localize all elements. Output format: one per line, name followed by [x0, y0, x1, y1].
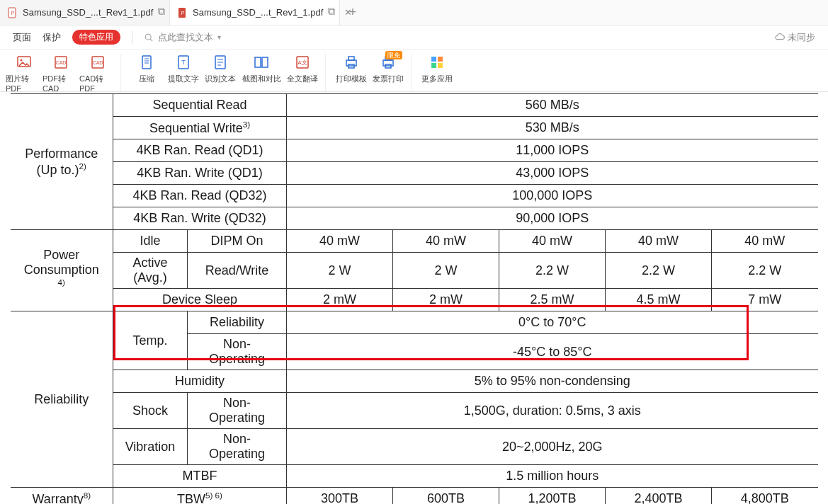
temp-nonop-val: -45°C to 85°C [287, 334, 818, 370]
svg-rect-32 [431, 63, 436, 68]
tb-cad2pdf[interactable]: CAD CAD转PDF [79, 54, 116, 91]
toolbar-group-more: 更多应用 [414, 54, 460, 91]
svg-rect-20 [255, 57, 261, 67]
tbw-val: 600TB [393, 488, 499, 505]
sync-status[interactable]: 未同步 [775, 31, 815, 44]
tbw-val: 300TB [287, 488, 393, 505]
compress-icon [138, 54, 155, 71]
divider [132, 31, 132, 44]
tb-label: 提取文字 [168, 74, 199, 84]
shock-sub: Non-Operating [188, 393, 287, 429]
menu-special[interactable]: 特色应用 [72, 30, 120, 45]
compare-icon [253, 54, 270, 71]
menu-page[interactable]: 页面 [13, 31, 31, 44]
svg-rect-3 [160, 9, 165, 14]
search-icon [144, 33, 154, 42]
svg-text:T: T [181, 59, 186, 66]
tab-label: Samsung_SSD_...t_Rev1_1.pdf [193, 7, 323, 18]
tb-label: 全文翻译 [287, 74, 318, 84]
svg-point-11 [21, 59, 23, 62]
svg-rect-2 [159, 8, 164, 13]
translate-icon: A文 [294, 54, 311, 71]
spec-name: 4KB Ran. Read (QD32) [113, 185, 287, 207]
pdf-icon: P [7, 7, 18, 18]
spec-name: 4KB Ran. Read (QD1) [113, 139, 287, 162]
power-active-sub: Read/Write [188, 253, 287, 289]
duplicate-tab-icon[interactable] [157, 7, 166, 18]
power-val: 2 W [287, 253, 393, 289]
power-val: 40 mW [712, 230, 818, 253]
spec-name: Sequential Read [113, 94, 287, 117]
new-tab-button[interactable]: + [340, 0, 365, 25]
power-val: 2.2 W [712, 253, 818, 289]
svg-point-8 [145, 34, 151, 40]
tbw-val: 4,800TB [712, 488, 818, 505]
search-box[interactable]: 点此查找文本 ▾ [144, 31, 221, 44]
tb-label: PDF转CAD [42, 74, 79, 93]
tb-pdf2cad[interactable]: CAD PDF转CAD [42, 54, 79, 91]
tb-compress[interactable]: 压缩 [128, 54, 165, 91]
row-header-performance: Performance(Up to.)2) [11, 94, 113, 230]
power-idle-label: Idle [113, 230, 188, 253]
pdf-page: Performance(Up to.)2) Sequential Read 56… [11, 92, 818, 504]
menu-row: 页面 保护 特色应用 点此查找文本 ▾ 未同步 [0, 25, 828, 50]
vibration-label: Vibration [113, 429, 188, 465]
tb-label: 压缩 [139, 74, 154, 84]
humidity-val: 5% to 95% non-condensing [287, 370, 818, 393]
menu-protect[interactable]: 保护 [42, 31, 61, 44]
tbw-val: 1,200TB [499, 488, 606, 505]
svg-text:CAD: CAD [93, 60, 103, 65]
sync-label: 未同步 [788, 31, 815, 44]
vibration-val: 20~2,000Hz, 20G [287, 429, 818, 465]
spec-value: 43,000 IOPS [287, 162, 818, 185]
shock-label: Shock [113, 393, 188, 429]
ocr-icon [212, 54, 229, 71]
svg-rect-6 [329, 8, 334, 13]
temp-nonop-label: Non-Operating [188, 334, 287, 370]
temp-label: Temp. [113, 311, 188, 370]
tab-1[interactable]: P Samsung_SSD_...t_Rev1_1.pdf [0, 0, 170, 25]
tb-label: 发票打印 [373, 74, 404, 84]
tb-invoice-print[interactable]: 限免 发票打印 [370, 54, 407, 91]
document-area[interactable]: Performance(Up to.)2) Sequential Read 56… [0, 92, 828, 504]
power-val: 2 mW [393, 289, 499, 311]
svg-text:CAD: CAD [56, 60, 67, 65]
duplicate-tab-icon[interactable] [327, 7, 336, 18]
tb-translate[interactable]: A文 全文翻译 [284, 54, 321, 91]
cloud-icon [775, 33, 785, 42]
tb-print-template[interactable]: 打印模板 [333, 54, 370, 91]
svg-line-9 [150, 39, 152, 41]
tbw-val: 2,400TB [606, 488, 712, 505]
toolbar: 图片转PDF CAD PDF转CAD CAD CAD转PDF 压缩 T 提取文字… [0, 50, 828, 92]
svg-text:P: P [11, 11, 15, 16]
tb-screenshot-compare[interactable]: 截图和对比 [239, 54, 284, 91]
spec-value: 100,000 IOPS [287, 185, 818, 207]
power-idle-sub: DIPM On [188, 230, 287, 253]
power-val: 2 W [393, 253, 499, 289]
spec-name: 4KB Ran. Write (QD1) [113, 162, 287, 185]
spec-value: 90,000 IOPS [287, 207, 818, 230]
tb-extract-text[interactable]: T 提取文字 [165, 54, 202, 91]
tb-ocr[interactable]: 识别文本 [202, 54, 239, 91]
vibration-sub: Non-Operating [188, 429, 287, 465]
tb-label: 识别文本 [205, 74, 236, 84]
power-val: 40 mW [287, 230, 393, 253]
tbw-label: TBW5) 6) [113, 488, 287, 505]
row-header-power: PowerConsumption4) [11, 230, 113, 311]
tb-img2pdf[interactable]: 图片转PDF [6, 54, 42, 91]
pdf-icon: P [177, 7, 188, 18]
tab-label: Samsung_SSD_...t_Rev1_1.pdf [23, 7, 153, 18]
tb-more-apps[interactable]: 更多应用 [419, 54, 455, 91]
tb-label: 打印模板 [336, 74, 367, 84]
image-icon [16, 54, 33, 71]
toolbar-group-convert: 图片转PDF CAD PDF转CAD CAD CAD转PDF [1, 54, 121, 91]
badge-limited-free: 限免 [385, 51, 402, 59]
tab-2[interactable]: P Samsung_SSD_...t_Rev1_1.pdf ✕ [170, 0, 340, 25]
search-placeholder: 点此查找文本 [158, 31, 213, 44]
svg-rect-31 [438, 57, 443, 62]
power-val: 4.5 mW [606, 289, 712, 311]
humidity-label: Humidity [113, 370, 287, 393]
tb-label: CAD转PDF [79, 74, 116, 93]
svg-rect-33 [438, 63, 443, 68]
svg-text:A文: A文 [297, 59, 307, 66]
